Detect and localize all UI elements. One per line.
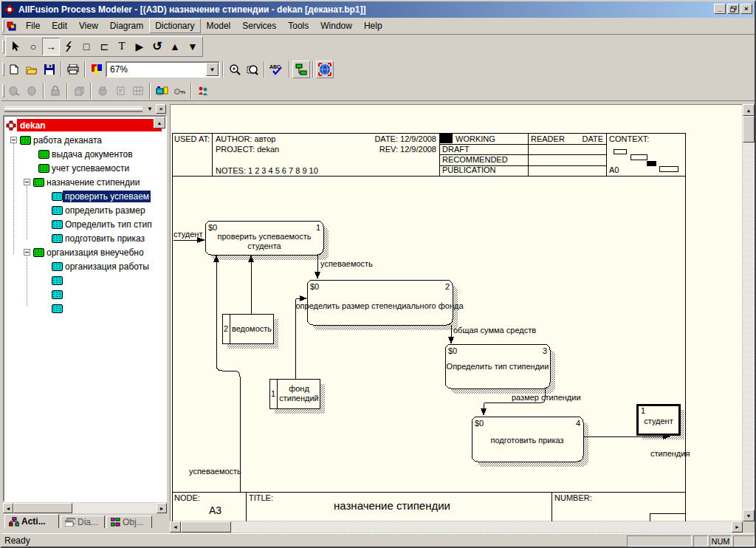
- tab-diagrams[interactable]: Dia...: [61, 516, 105, 528]
- menu-window[interactable]: Window: [315, 18, 358, 33]
- activity-box-1[interactable]: $0 1 проверить успеваемость студента: [205, 221, 323, 255]
- tree-item[interactable]: определить размер: [49, 203, 148, 217]
- pointer-tool-button[interactable]: [7, 38, 24, 55]
- activity-box-2[interactable]: $0 2 определить размер степендиального ф…: [295, 280, 464, 325]
- activity-data-button[interactable]: [23, 82, 41, 100]
- zoom-in-button[interactable]: [226, 61, 244, 78]
- tree-scroll-up-button[interactable]: ▲: [154, 117, 165, 129]
- activity-box-3[interactable]: $0 3 Определить тип стипендии: [445, 344, 550, 388]
- tree-item[interactable]: [49, 301, 67, 315]
- arrow-tool-button[interactable]: →: [42, 38, 60, 55]
- combo-dropdown-button[interactable]: ▼: [206, 63, 219, 76]
- scroll-right-button[interactable]: ►: [732, 521, 743, 532]
- save-button[interactable]: [41, 61, 58, 78]
- tree-item[interactable]: назначение стипендии: [24, 175, 142, 189]
- collapse-icon[interactable]: [24, 249, 30, 256]
- text-tool-button[interactable]: T: [113, 38, 131, 55]
- up-level-button[interactable]: ▲: [166, 38, 184, 55]
- lock-button[interactable]: [47, 82, 64, 100]
- panel-menu-button[interactable]: ▼: [145, 104, 155, 114]
- menu-help[interactable]: Help: [358, 18, 388, 33]
- collapse-icon[interactable]: [10, 137, 17, 143]
- color-settings-button[interactable]: [88, 61, 106, 78]
- computer-properties-button[interactable]: [153, 82, 171, 100]
- tree-item[interactable]: Определить тип стип: [49, 217, 154, 231]
- menu-file[interactable]: File: [20, 18, 46, 33]
- script-button[interactable]: [111, 82, 129, 100]
- go-child-button[interactable]: ▶: [131, 38, 148, 55]
- toolbar-grip[interactable]: [2, 19, 4, 32]
- menu-view[interactable]: View: [73, 18, 104, 33]
- tree-item[interactable]: [49, 287, 67, 301]
- open-button[interactable]: [23, 61, 41, 78]
- menu-model[interactable]: Model: [201, 18, 237, 33]
- scroll-left-button[interactable]: ◄: [170, 521, 181, 532]
- toolbar-grip[interactable]: [2, 40, 4, 53]
- scroll-left-button[interactable]: ◄: [3, 503, 13, 513]
- diagram-vscrollbar[interactable]: ▲ ▼: [743, 104, 755, 521]
- new-button[interactable]: [5, 61, 23, 78]
- matrix-button[interactable]: [129, 82, 147, 100]
- tree-item[interactable]: работа деканата: [10, 133, 104, 147]
- close-button[interactable]: ×: [740, 4, 752, 14]
- menu-dictionary[interactable]: Dictionary: [149, 18, 200, 33]
- title-bar[interactable]: AllFusion Process Modeler - [(A3D) назна…: [1, 1, 755, 18]
- spell-check-button[interactable]: ABC: [267, 61, 286, 78]
- panel-gripper[interactable]: [4, 106, 142, 112]
- panel-close-button[interactable]: ×: [156, 104, 166, 114]
- diagram-canvas[interactable]: USED AT: AUTHOR: автор PROJECT: dekan DA…: [170, 104, 742, 521]
- print-button[interactable]: [64, 61, 82, 78]
- external-box-student[interactable]: 1 студент: [637, 405, 679, 434]
- down-level-button[interactable]: ▼: [184, 38, 202, 55]
- zoom-area-button[interactable]: [244, 61, 261, 78]
- tree-item-selected[interactable]: проверить успеваем: [49, 189, 151, 203]
- blob-icon: [27, 86, 37, 96]
- go-parent-button[interactable]: ↺: [148, 38, 166, 55]
- document-icon[interactable]: [7, 21, 18, 32]
- scroll-right-button[interactable]: ►: [157, 503, 167, 513]
- udp-button[interactable]: [94, 82, 111, 100]
- scroll-thumb[interactable]: [743, 116, 755, 143]
- scroll-thumb[interactable]: [13, 503, 72, 513]
- scroll-up-button[interactable]: ▲: [743, 104, 755, 116]
- toolbar-grip[interactable]: [2, 63, 4, 76]
- activity-box-4[interactable]: $0 4 подготовить приказ: [472, 417, 583, 462]
- tree-item[interactable]: организация работы: [49, 259, 151, 273]
- tab-objects[interactable]: Obj...: [106, 516, 152, 528]
- zoom-combobox[interactable]: 67% ▼: [106, 61, 220, 78]
- key-button[interactable]: [171, 82, 188, 100]
- model-explorer-button[interactable]: [292, 61, 310, 78]
- computer-icon: [156, 86, 168, 97]
- precedence-tool-button[interactable]: [60, 38, 78, 55]
- explorer-panel-header[interactable]: ▼ ×: [3, 103, 166, 114]
- ellipse-tool-button[interactable]: ○: [24, 38, 42, 55]
- tree-item[interactable]: организация внеучебно: [24, 245, 146, 259]
- activity-costs-button[interactable]: [5, 82, 23, 100]
- toolbar-grip[interactable]: [2, 84, 4, 97]
- tab-activities[interactable]: Acti...: [4, 514, 59, 528]
- tree-item-model[interactable]: dekan: [5, 119, 162, 131]
- arrow-lines[interactable]: [173, 240, 667, 492]
- scroll-down-button[interactable]: ▼: [743, 510, 755, 521]
- roles-button[interactable]: [194, 82, 212, 100]
- tree-item[interactable]: учет успеваемости: [35, 161, 131, 175]
- minimize-button[interactable]: _: [714, 4, 726, 14]
- tree-item[interactable]: подготовить приказ: [49, 231, 147, 245]
- web-publish-button[interactable]: [316, 61, 334, 78]
- explorer-hscrollbar[interactable]: ◄ ►: [3, 503, 167, 513]
- cube-button[interactable]: [70, 82, 88, 100]
- menu-services[interactable]: Services: [236, 18, 282, 33]
- collapse-icon[interactable]: [24, 179, 30, 185]
- scroll-thumb[interactable]: [181, 521, 231, 532]
- menu-tools[interactable]: Tools: [282, 18, 315, 33]
- data-store-vedomost[interactable]: 2 ведомость: [222, 314, 273, 343]
- tree-item[interactable]: выдача документов: [35, 147, 135, 161]
- menu-diagram[interactable]: Diagram: [104, 18, 149, 33]
- restore-button[interactable]: [727, 4, 739, 14]
- box-tool-button[interactable]: □: [78, 38, 95, 55]
- frame-tool-button[interactable]: ⊏: [95, 38, 113, 55]
- tree-item[interactable]: [49, 273, 67, 287]
- data-store-fond[interactable]: 1 фонд стипендий: [269, 379, 320, 408]
- menu-edit[interactable]: Edit: [46, 18, 73, 33]
- diagram-hscrollbar[interactable]: ◄ ►: [170, 521, 743, 532]
